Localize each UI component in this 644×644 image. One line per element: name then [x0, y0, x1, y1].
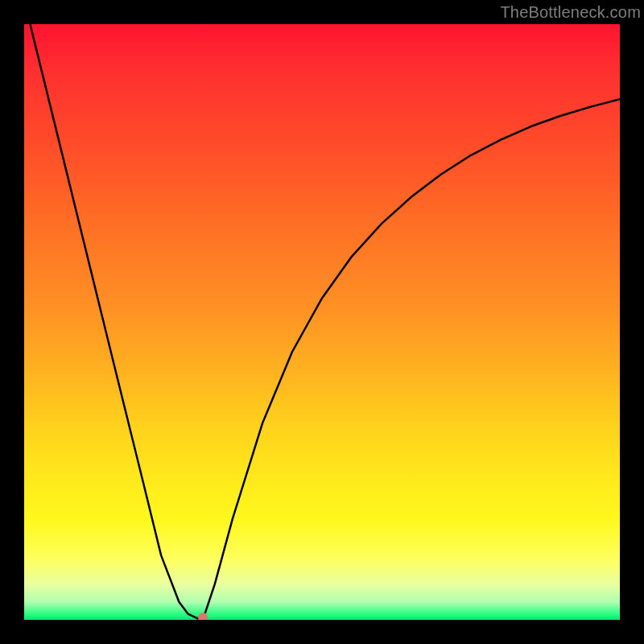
plot-area [24, 24, 620, 620]
marker-dot [198, 613, 208, 620]
bottleneck-curve [24, 24, 620, 620]
watermark-text: TheBottleneck.com [500, 3, 641, 22]
curve-left-branch [30, 24, 201, 620]
chart-frame: TheBottleneck.com [0, 0, 644, 644]
curve-right-branch [203, 99, 620, 620]
